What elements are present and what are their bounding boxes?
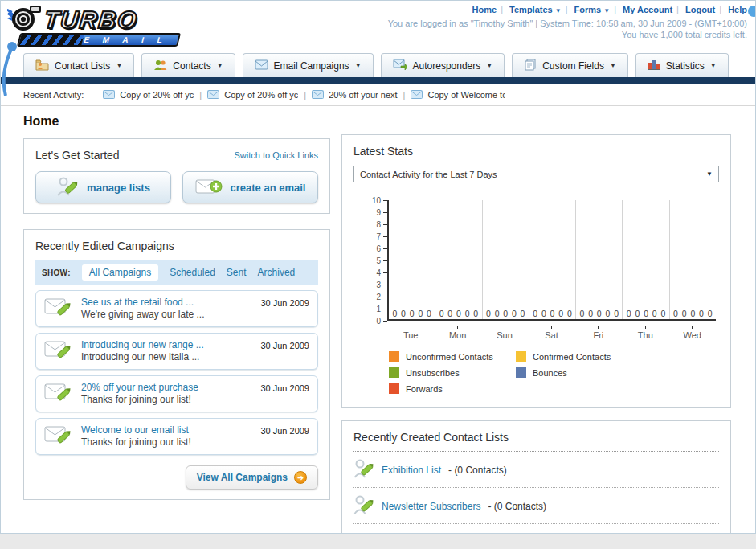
create-an-email-button[interactable]: create an email [182,171,318,203]
chevron-down-icon: ▼ [706,170,713,178]
chart-legend: Unconfirmed ContactsConfirmed ContactsUn… [389,351,719,394]
nav-link-home[interactable]: Home [472,5,497,14]
campaign-title-link[interactable]: See us at the retail food ... [81,297,204,309]
y-tick-label: 9 [363,207,387,217]
tab-contacts[interactable]: Contacts▼ [141,53,235,77]
chart-plot: 00000000000000000000000000000000000 [387,200,716,321]
users-icon [153,59,167,73]
recent-activity-item[interactable]: 20% off your next [312,90,397,100]
recent-activity-item[interactable]: Copy of 20% off yc [103,90,194,100]
recent-activity-bar: Recent Activity: Copy of 20% off yc | Co… [1,84,755,106]
data-point-label: 0 [699,309,704,318]
campaign-title-link[interactable]: 20% off your next purchase [81,382,198,394]
chart-day-group: 00000 [389,200,435,319]
chart-x-axis: TueMonSunSatFriThuWed [387,326,716,340]
nav-link-help[interactable]: Help [728,5,747,14]
data-point-label: 0 [456,309,461,318]
chevron-down-icon: ▼ [486,62,492,69]
tab-label: Email Campaigns [274,60,349,72]
envelope-plus-icon [195,177,223,199]
y-tick-label: 4 [363,268,387,277]
x-tick-label: Sat [528,326,574,340]
chevron-down-icon: ▼ [116,62,122,69]
y-tick-label: 5 [363,256,387,265]
envelope-pencil-icon [44,424,73,449]
data-point-label: 0 [606,309,611,318]
legend-label: Unsubscribes [406,368,460,378]
contact-list-row[interactable]: Exhibition List - (0 Contacts) [353,452,719,488]
campaign-title-link[interactable]: Welcome to our email list [81,424,191,436]
campaign-row[interactable]: 20% off your next purchase Thanks for jo… [35,375,318,412]
data-point-label: 0 [495,309,500,318]
stats-period-dropdown[interactable]: Contact Activity for the Last 7 Days ▼ [353,166,719,182]
data-point-label: 0 [682,309,687,318]
tab-statistics[interactable]: Statistics▼ [635,53,729,77]
contact-list-link[interactable]: Newsletter Subscribers [382,501,480,512]
campaigns-title: Recently Edited Campaigns [35,240,318,252]
data-point-label: 0 [427,309,431,318]
legend-swatch [389,351,399,362]
campaign-date: 30 Jun 2009 [260,381,309,393]
campaign-title-link[interactable]: Introducing our new range ... [81,339,204,351]
data-point-label: 0 [652,309,657,318]
data-point-label: 0 [503,309,508,318]
view-all-campaigns-button[interactable]: View All Campaigns ➜ [186,465,318,490]
data-point-label: 0 [410,309,415,318]
manage-lists-button[interactable]: manage lists [35,171,171,203]
campaign-row[interactable]: Introducing our new range ... Introducin… [35,333,318,370]
credits-status-text: You have 1,000 total credits left. [622,30,747,39]
contact-lists-panel: Recently Created Contact Lists Exhibitio… [341,420,731,534]
nav-link-logout[interactable]: Logout [685,5,715,14]
campaign-subtitle: We're giving away our late ... [81,309,204,321]
envelope-pencil-icon [44,338,73,364]
x-tick-label: Sun [481,326,528,340]
get-started-panel: Let's Get Started Switch to Quick Links … [23,138,330,214]
data-point-label: 0 [439,309,444,318]
filter-sent[interactable]: Sent [227,267,247,278]
legend-swatch [389,383,399,394]
filter-archived[interactable]: Archived [258,267,296,278]
campaign-row[interactable]: See us at the retail food ... We're givi… [35,290,318,327]
corner-dot-decoration [748,6,756,17]
campaign-date: 30 Jun 2009 [260,424,309,436]
tab-autoresponders[interactable]: Autoresponders▼ [381,53,505,77]
recent-activity-item[interactable]: Copy of 20% off yc [207,90,298,100]
legend-label: Confirmed Contacts [533,352,611,362]
tab-email-campaigns[interactable]: Email Campaigns▼ [243,53,374,77]
data-point-label: 0 [533,309,537,318]
contact-activity-chart: 109876543210 000000000000000000000000000… [363,200,716,326]
main-content: Home Let's Get Started Switch to Quick L… [1,106,755,534]
legend-item: Unconfirmed Contacts [389,351,516,362]
tab-contact-lists[interactable]: Contact Lists▼ [23,53,134,77]
envelope-icon [255,59,268,72]
data-point-label: 0 [541,309,546,318]
contact-list-link[interactable]: Exhibition List [382,465,441,476]
main-nav-tabs: Contact Lists▼ Contacts▼ Email Campaigns… [1,52,755,77]
campaigns-panel: Recently Edited Campaigns SHOW: All Camp… [23,229,330,500]
tab-label: Custom Fields [542,60,604,72]
envelope-icon [312,90,324,100]
nav-link-templates[interactable]: Templates [509,5,553,14]
y-tick-label: 6 [363,244,387,253]
header: TURBO E M A I L Home| Templates ▼| Forms… [1,1,755,52]
nav-link-my-account[interactable]: My Account [623,5,672,14]
legend-swatch [516,351,526,362]
get-started-title: Let's Get Started [35,149,120,162]
contact-lists-title: Recently Created Contact Lists [353,431,719,444]
y-tick-label: 1 [363,304,387,313]
tab-custom-fields[interactable]: Custom Fields▼ [512,53,628,77]
envelope-arrow-icon [393,59,407,72]
user-pencil-icon [353,458,374,482]
switch-to-quick-links[interactable]: Switch to Quick Links [234,150,318,160]
nav-link-forms[interactable]: Forms [574,5,602,14]
contact-list-row[interactable]: Newsletter Subscribers - (0 Contacts) [353,488,719,524]
campaign-date: 30 Jun 2009 [260,296,309,308]
y-tick-label: 8 [363,219,387,229]
filter-scheduled[interactable]: Scheduled [170,267,215,278]
campaign-row[interactable]: Welcome to our email list Thanks for joi… [35,418,318,455]
chevron-down-icon: ▼ [555,7,562,14]
x-tick-label: Wed [669,326,716,340]
y-tick-label: 0 [363,316,387,326]
filter-all-campaigns[interactable]: All Campaigns [82,264,158,281]
recent-activity-item[interactable]: Copy of Welcome tc [411,90,505,100]
